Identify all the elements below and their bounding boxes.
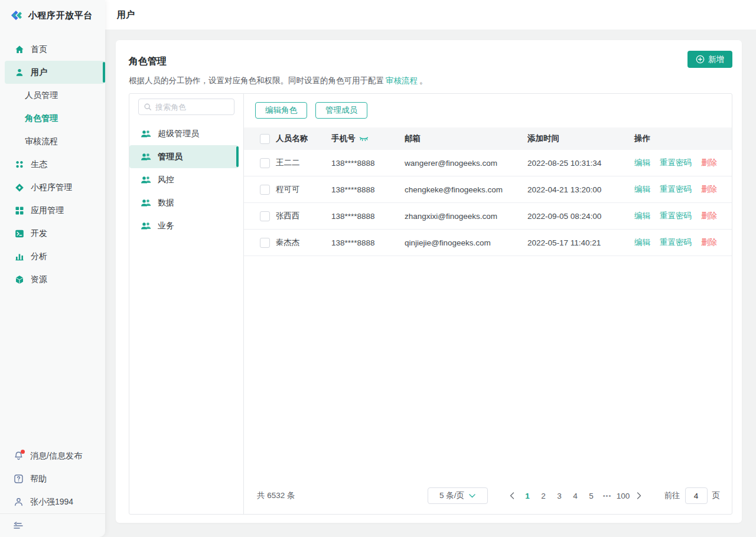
eye-closed-icon[interactable] xyxy=(359,135,369,142)
sidebar-collapse-button[interactable] xyxy=(0,513,105,537)
cell-added: 2022-09-05 08:24:00 xyxy=(527,212,634,221)
members-column: 编辑角色 管理成员 人员名称 手机号 邮箱 添加时间 xyxy=(244,94,732,514)
sidebar-item-role-management[interactable]: 角色管理 xyxy=(0,107,105,130)
role-item-admin[interactable]: 管理员 xyxy=(129,145,239,168)
row-checkbox[interactable] xyxy=(260,238,270,248)
page-number[interactable]: 5 xyxy=(584,487,599,504)
sidebar-item-messages[interactable]: 消息/信息发布 xyxy=(0,444,105,467)
review-flow-link[interactable]: 审核流程 xyxy=(386,76,418,85)
sidebar-subitem-label: 人员管理 xyxy=(25,90,58,101)
role-group-icon xyxy=(141,129,151,139)
page-number[interactable]: 2 xyxy=(536,487,552,504)
sidebar-footer-label: 消息/信息发布 xyxy=(30,451,82,461)
row-checkbox[interactable] xyxy=(260,158,270,168)
terminal-icon xyxy=(14,228,24,238)
delete-action[interactable]: 删除 xyxy=(701,237,717,248)
page-title: 角色管理 xyxy=(129,55,732,68)
select-all-checkbox[interactable] xyxy=(260,134,270,144)
page-number[interactable]: 3 xyxy=(552,487,568,504)
role-item-data[interactable]: 数据 xyxy=(129,191,239,214)
sidebar: 小程序开放平台 首页 用户 人员管理 角色管理 审核流程 生 xyxy=(0,0,105,537)
sidebar-nav: 首页 用户 人员管理 角色管理 审核流程 生态 小程序管理 xyxy=(0,38,105,291)
sidebar-item-miniprogram-management[interactable]: 小程序管理 xyxy=(0,176,105,199)
role-management-card: 角色管理 根据人员的分工协作，设置对应角色和权限。同时设置的角色可用于配置审核流… xyxy=(116,40,742,523)
content-area: 角色管理 根据人员的分工协作，设置对应角色和权限。同时设置的角色可用于配置审核流… xyxy=(105,30,756,537)
cell-name: 王二二 xyxy=(270,158,331,168)
sidebar-item-users[interactable]: 用户 xyxy=(5,61,105,84)
page-size-value: 5 条/页 xyxy=(439,490,464,501)
page-number[interactable]: 1 xyxy=(520,487,536,504)
header-name: 人员名称 xyxy=(270,133,331,144)
topbar-title: 用户 xyxy=(117,9,135,21)
sidebar-item-personnel-management[interactable]: 人员管理 xyxy=(0,84,105,107)
home-icon xyxy=(14,44,24,54)
header-added: 添加时间 xyxy=(527,133,634,144)
sidebar-item-development[interactable]: 开发 xyxy=(0,222,105,245)
topbar: 用户 xyxy=(105,0,756,30)
bell-icon xyxy=(13,451,24,461)
reset-password-action[interactable]: 重置密码 xyxy=(660,237,692,248)
sidebar-item-review-flow[interactable]: 审核流程 xyxy=(0,130,105,153)
edit-action[interactable]: 编辑 xyxy=(634,237,650,248)
header-actions: 操作 xyxy=(634,133,732,144)
prev-page-button[interactable] xyxy=(504,487,520,504)
role-name: 业务 xyxy=(158,221,174,231)
delete-action[interactable]: 删除 xyxy=(701,158,717,168)
sidebar-item-app-management[interactable]: 应用管理 xyxy=(0,199,105,222)
sidebar-item-help[interactable]: 帮助 xyxy=(0,467,105,490)
delete-action[interactable]: 删除 xyxy=(701,211,717,221)
role-search-input[interactable] xyxy=(155,103,229,112)
sidebar-item-home[interactable]: 首页 xyxy=(0,38,105,61)
cell-phone: 138****8888 xyxy=(331,185,405,194)
page-number[interactable]: 4 xyxy=(568,487,584,504)
reset-password-action[interactable]: 重置密码 xyxy=(660,158,692,168)
edit-action[interactable]: 编辑 xyxy=(634,158,650,168)
cell-email: qinjiejie@finogeeks.com xyxy=(405,238,527,247)
brand-logo-icon xyxy=(8,8,24,23)
header-phone-label: 手机号 xyxy=(331,133,356,144)
page-number-last[interactable]: 100 xyxy=(615,487,631,504)
sidebar-item-label: 首页 xyxy=(31,44,47,55)
sidebar-footer-label: 帮助 xyxy=(30,474,47,484)
delete-action[interactable]: 删除 xyxy=(701,184,717,195)
reset-password-action[interactable]: 重置密码 xyxy=(660,184,692,195)
role-item-business[interactable]: 业务 xyxy=(129,214,239,237)
sidebar-item-resources[interactable]: 资源 xyxy=(0,268,105,291)
sidebar-item-label: 小程序管理 xyxy=(31,182,72,193)
sidebar-item-analytics[interactable]: 分析 xyxy=(0,245,105,268)
members-toolbar: 编辑角色 管理成员 xyxy=(255,102,732,119)
role-list-column: 超级管理员 管理员 风控 xyxy=(129,94,244,514)
goto-page: 前往 页 xyxy=(664,487,721,504)
edit-action[interactable]: 编辑 xyxy=(634,211,650,221)
more-pages-icon[interactable]: ••• xyxy=(599,492,615,499)
cell-added: 2022-05-17 11:40:21 xyxy=(527,238,634,247)
row-checkbox[interactable] xyxy=(260,211,270,221)
add-button[interactable]: 新增 xyxy=(687,51,732,68)
account-icon xyxy=(13,497,24,507)
cell-email: wangerer@finogeeks.com xyxy=(405,159,527,168)
brand-title: 小程序开放平台 xyxy=(28,10,93,21)
next-page-button[interactable] xyxy=(631,487,647,504)
goto-page-input[interactable] xyxy=(685,487,708,504)
pager: 1 2 3 4 5 ••• 100 xyxy=(504,487,647,504)
row-checkbox[interactable] xyxy=(260,185,270,195)
sidebar-item-label: 用户 xyxy=(31,67,47,78)
table-row: 程可可 138****8888 chengkeke@finogeeks.com … xyxy=(244,176,732,203)
role-name: 数据 xyxy=(158,198,174,208)
reset-password-action[interactable]: 重置密码 xyxy=(660,211,692,221)
sidebar-item-ecosystem[interactable]: 生态 xyxy=(0,153,105,176)
edit-action[interactable]: 编辑 xyxy=(634,184,650,195)
page-size-select[interactable]: 5 条/页 xyxy=(428,487,488,504)
sidebar-item-label: 资源 xyxy=(31,274,47,285)
sidebar-subitem-label: 角色管理 xyxy=(25,113,58,124)
cell-name: 秦杰杰 xyxy=(270,237,331,248)
role-item-risk-control[interactable]: 风控 xyxy=(129,168,239,191)
edit-role-button[interactable]: 编辑角色 xyxy=(255,102,307,119)
description-text: 根据人员的分工协作，设置对应角色和权限。同时设置的角色可用于配置 xyxy=(129,76,384,85)
role-search[interactable] xyxy=(138,99,234,115)
role-item-super-admin[interactable]: 超级管理员 xyxy=(129,122,239,145)
dots-grid-icon xyxy=(14,159,24,169)
goto-unit: 页 xyxy=(712,490,721,501)
manage-members-button[interactable]: 管理成员 xyxy=(315,102,367,119)
sidebar-item-account[interactable]: 张小强1994 xyxy=(0,490,105,513)
